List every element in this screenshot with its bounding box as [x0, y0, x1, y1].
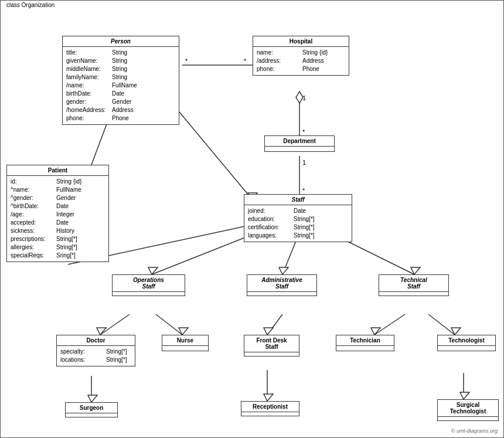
svg-text:*: * [302, 187, 305, 194]
operations-staff-body [113, 292, 185, 296]
technical-staff-header: TechnicalStaff [379, 275, 448, 292]
svg-marker-31 [451, 328, 461, 335]
svg-text:1: 1 [302, 94, 306, 101]
admin-staff-class: AdministrativeStaff [247, 274, 317, 296]
svg-marker-17 [148, 267, 158, 274]
receptionist-header: Receptionist [241, 402, 299, 412]
nurse-class-header: Nurse [162, 335, 208, 346]
receptionist-class: Receptionist [241, 401, 299, 416]
svg-marker-21 [411, 267, 420, 274]
diagram-title: class Organization [4, 2, 57, 8]
svg-line-22 [100, 314, 130, 335]
svg-marker-37 [460, 392, 469, 399]
svg-marker-27 [264, 328, 273, 335]
technologist-body [438, 346, 495, 351]
hospital-class-header: Hospital [253, 36, 349, 47]
department-class-header: Department [265, 136, 334, 147]
svg-text:*: * [185, 57, 188, 64]
person-class: Person title:String givenName:String mid… [62, 36, 179, 125]
staff-class-body: joined:Date education:String[*] certific… [244, 205, 352, 242]
staff-class-header: Staff [244, 195, 352, 205]
svg-text:*: * [302, 128, 305, 135]
copyright: © uml-diagrams.org [451, 428, 498, 434]
technician-header: Technician [336, 335, 394, 346]
svg-marker-4 [296, 91, 303, 103]
doctor-class-header: Doctor [57, 335, 135, 346]
person-class-header: Person [63, 36, 179, 47]
front-desk-class: Front DeskStaff [244, 335, 299, 356]
svg-marker-25 [179, 328, 188, 335]
front-desk-body [244, 352, 299, 356]
technical-staff-class: TechnicalStaff [379, 274, 449, 296]
technical-staff-body [379, 292, 448, 296]
hospital-class-body: name:String {id} /address:Address phone:… [253, 47, 349, 75]
person-class-body: title:String givenName:String middleName… [63, 47, 179, 124]
admin-staff-body [247, 292, 316, 296]
technician-class: Technician [336, 335, 394, 351]
surgeon-body [66, 413, 117, 417]
doctor-class-body: specialty:String[*] locations:String[*] [57, 346, 135, 366]
svg-line-16 [152, 232, 258, 274]
department-class-body [265, 147, 334, 151]
receptionist-body [241, 412, 299, 416]
operations-staff-class: OperationsStaff [112, 274, 185, 296]
svg-line-26 [267, 314, 282, 335]
admin-staff-header: AdministrativeStaff [247, 275, 316, 292]
patient-class-header: Patient [7, 165, 108, 176]
department-class: Department [264, 135, 335, 152]
nurse-class: Nurse [162, 335, 209, 351]
staff-class: Staff joined:Date education:String[*] ce… [244, 194, 352, 242]
patient-class-body: id:String {id} ^name:FullName ^gender:Ge… [7, 176, 108, 262]
svg-marker-35 [264, 394, 273, 401]
technologist-class: Technologist [437, 335, 496, 351]
svg-marker-19 [279, 267, 288, 274]
patient-class: Patient id:String {id} ^name:FullName ^g… [6, 165, 109, 262]
technician-body [336, 346, 394, 351]
svg-text:*: * [244, 57, 247, 64]
operations-staff-header: OperationsStaff [113, 275, 185, 292]
front-desk-header: Front DeskStaff [244, 335, 299, 352]
svg-marker-33 [88, 395, 97, 402]
surgical-technologist-class: SurgicalTechnologist [437, 399, 499, 421]
svg-line-30 [428, 314, 455, 335]
surgeon-header: Surgeon [66, 403, 117, 413]
svg-line-28 [374, 314, 405, 335]
diagram-container: class Organization * * 1 * 1 * * [0, 0, 504, 438]
surgical-technologist-body [438, 417, 498, 420]
surgical-technologist-header: SurgicalTechnologist [438, 400, 498, 417]
svg-line-24 [156, 314, 182, 335]
doctor-class: Doctor specialty:String[*] locations:Str… [56, 335, 135, 366]
svg-text:1: 1 [302, 159, 306, 166]
nurse-class-body [162, 346, 208, 351]
hospital-class: Hospital name:String {id} /address:Addre… [253, 36, 349, 76]
technologist-header: Technologist [438, 335, 495, 346]
surgeon-class: Surgeon [65, 402, 118, 417]
svg-marker-29 [371, 328, 380, 335]
svg-marker-23 [97, 328, 106, 335]
